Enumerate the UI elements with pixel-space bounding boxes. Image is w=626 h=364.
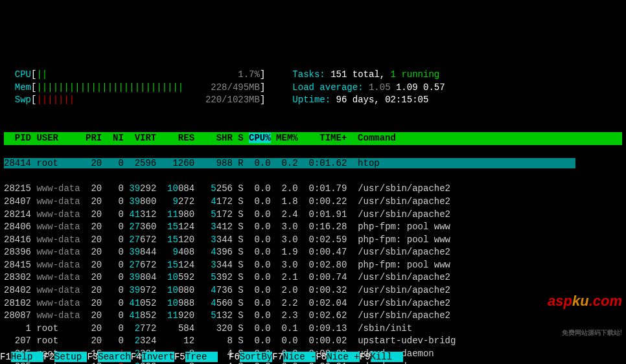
table-row[interactable]: 28214 www-data 20 0 41312 11980 5172 S 0… — [4, 209, 450, 220]
table-row[interactable]: 1 root 20 0 2772 584 320 S 0.0 0.1 0:09.… — [4, 323, 412, 334]
table-row[interactable]: 28415 www-data 20 0 27672 15124 3344 S 0… — [4, 260, 450, 270]
table-row[interactable]: 28407 www-data 20 0 39800 9272 4172 S 0.… — [4, 196, 450, 207]
table-row[interactable]: 28406 www-data 20 0 27360 15124 3412 S 0… — [4, 222, 450, 232]
meters-block: CPU[|| 1.7%] Tasks: 151 total, 1 running… — [4, 69, 622, 119]
fkey[interactable]: F3 — [87, 352, 98, 362]
table-row[interactable]: 28396 www-data 20 0 39844 9408 4396 S 0.… — [4, 247, 450, 257]
table-row[interactable]: 207 root 20 0 2324 12 8 S 0.0 0.0 0:00.0… — [4, 336, 456, 346]
table-row[interactable]: 28402 www-data 20 0 39972 10080 4736 S 0… — [4, 285, 450, 295]
fkey[interactable]: F1 — [0, 352, 11, 362]
fkey-label[interactable]: Kill — [371, 352, 403, 362]
table-row[interactable]: 28302 www-data 20 0 39804 10592 5392 S 0… — [4, 272, 450, 282]
table-row[interactable]: 28215 www-data 20 0 39292 10084 5256 S 0… — [4, 183, 450, 194]
table-row[interactable]: 28102 www-data 20 0 41052 10988 4560 S 0… — [4, 298, 450, 308]
fkey[interactable]: F9 — [360, 352, 371, 362]
process-list[interactable]: 28215 www-data 20 0 39292 10084 5256 S 0… — [4, 183, 622, 364]
terminal-screen[interactable]: CPU[|| 1.7%] Tasks: 151 total, 1 running… — [0, 51, 626, 364]
fkey[interactable]: F6 — [229, 352, 240, 362]
fkey-label[interactable]: Help — [11, 352, 43, 362]
fkey-label[interactable]: Tree — [185, 352, 218, 362]
fkey-label[interactable]: Invert — [142, 352, 174, 362]
fkey[interactable]: F5 — [174, 352, 185, 362]
fkey[interactable]: F7 — [272, 352, 283, 362]
footer-bar[interactable]: F1Help F2Setup F3SearchF4InvertF5Tree F6… — [0, 351, 626, 364]
table-row[interactable]: 28416 www-data 20 0 27672 15120 3344 S 0… — [4, 234, 450, 245]
fkey[interactable]: F4 — [131, 352, 142, 362]
fkey-label[interactable]: Setup — [54, 352, 87, 362]
fkey-label[interactable]: Nice + — [327, 352, 359, 362]
fkey-label[interactable]: Nice - — [283, 352, 316, 362]
fkey[interactable]: F8 — [316, 352, 327, 362]
fkey-label[interactable]: Search — [98, 352, 130, 362]
fkey[interactable]: F2 — [43, 352, 54, 362]
header-row: PID USER PRI NI VIRT RES SHR S CPU% MEM%… — [4, 132, 622, 145]
process-selected[interactable]: 28414 root 20 0 2596 1260 988 R 0.0 0.2 … — [4, 157, 622, 170]
table-row[interactable]: 28087 www-data 20 0 41852 11920 5132 S 0… — [4, 310, 450, 321]
fkey-label[interactable]: SortBy — [240, 352, 272, 362]
